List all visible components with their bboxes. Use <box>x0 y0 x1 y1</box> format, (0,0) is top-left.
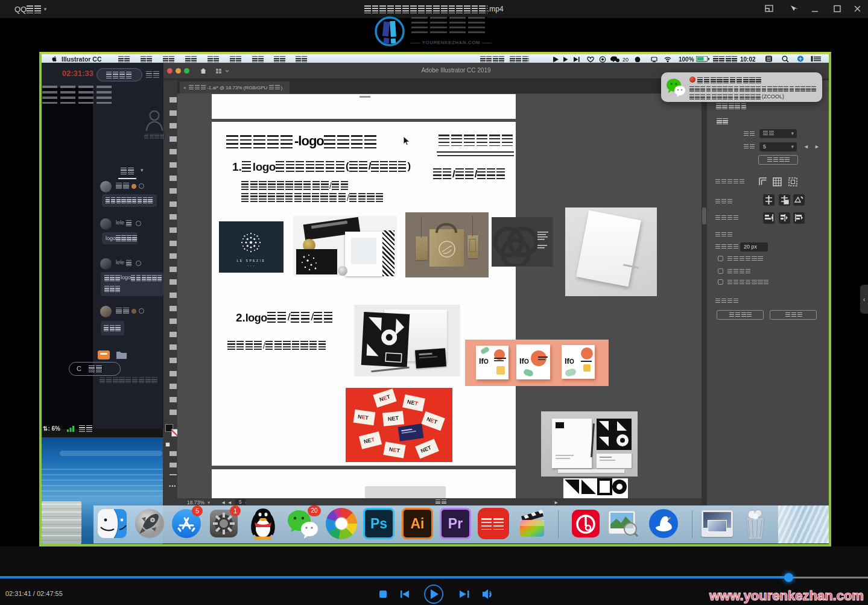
svg-text:20: 20 <box>622 57 629 63</box>
